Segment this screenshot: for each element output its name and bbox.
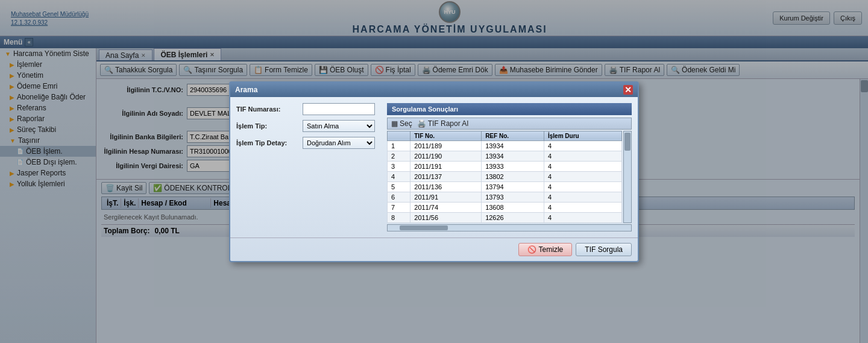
modal-close-button[interactable]: ✕ xyxy=(623,85,633,95)
islem-tip-row: İşlem Tip: Satın Alma Diğer xyxy=(236,120,381,132)
results-table: TIF No. REF No. İşlem Duru 1 2011/189 13… xyxy=(387,131,622,223)
row-num: 1 xyxy=(388,140,410,151)
results-table-container: TIF No. REF No. İşlem Duru 1 2011/189 13… xyxy=(387,131,632,223)
islem-durum: 4 xyxy=(544,161,621,171)
col-ref-no: REF No. xyxy=(482,131,544,140)
row-num: 7 xyxy=(388,202,410,212)
row-num: 8 xyxy=(388,212,410,222)
islem-durum: 4 xyxy=(544,202,621,212)
modal-title-bar: Arama ✕ xyxy=(230,83,638,97)
tif-rapor-al-results-button[interactable]: 🖨️ TIF Rapor Al xyxy=(417,119,468,128)
tif-no: 2011/91 xyxy=(410,192,482,202)
row-num: 2 xyxy=(388,151,410,161)
tif-no: 2011/137 xyxy=(410,171,482,181)
h-scrollbar[interactable] xyxy=(387,224,632,231)
table-row[interactable]: 7 2011/74 13608 4 xyxy=(388,202,622,212)
ref-no: 13934 xyxy=(482,151,544,161)
islem-tip-select[interactable]: Satın Alma Diğer xyxy=(303,120,375,132)
modal-title: Arama xyxy=(235,86,257,94)
ref-no: 13802 xyxy=(482,171,544,181)
islem-tip-label: İşlem Tip: xyxy=(236,122,303,130)
table-row[interactable]: 1 2011/189 13934 4 xyxy=(388,140,622,151)
clear-icon: 🚫 xyxy=(527,245,536,254)
tif-numarasi-label: TIF Numarası: xyxy=(236,105,303,113)
islem-tip-detay-label: İşlem Tip Detay: xyxy=(236,139,303,146)
ref-no: 12626 xyxy=(482,212,544,222)
islem-tip-detay-row: İşlem Tip Detay: Doğrudan Alım İhale Diğ… xyxy=(236,137,381,149)
islem-durum: 4 xyxy=(544,140,621,151)
results-scrollbar[interactable] xyxy=(623,131,632,223)
select-icon: ▦ xyxy=(391,119,398,128)
tif-no: 2011/191 xyxy=(410,161,482,171)
tif-numarasi-row: TIF Numarası: xyxy=(236,103,381,115)
ref-no: 13794 xyxy=(482,181,544,192)
btn-label: Seç xyxy=(400,119,412,128)
islem-durum: 4 xyxy=(544,192,621,202)
islem-tip-detay-select[interactable]: Doğrudan Alım İhale Diğer xyxy=(303,137,375,149)
ref-no: 13933 xyxy=(482,161,544,171)
ref-no: 13793 xyxy=(482,192,544,202)
sec-button[interactable]: ▦ Seç xyxy=(391,119,412,128)
col-num xyxy=(388,131,410,140)
islem-durum: 4 xyxy=(544,171,621,181)
tif-no: 2011/136 xyxy=(410,181,482,192)
modal-left-panel: TIF Numarası: İşlem Tip: Satın Alma Diğe… xyxy=(236,103,381,231)
tif-no: 2011/189 xyxy=(410,140,482,151)
ref-no: 13608 xyxy=(482,202,544,212)
results-title: Sorgulama Sonuçları xyxy=(387,103,632,115)
modal-overlay: Arama ✕ TIF Numarası: İşlem Tip: Satın A… xyxy=(0,0,868,343)
table-row[interactable]: 8 2011/56 12626 4 xyxy=(388,212,622,222)
results-toolbar: ▦ Seç 🖨️ TIF Rapor Al xyxy=(387,118,632,130)
islem-durum: 4 xyxy=(544,212,621,222)
row-num: 4 xyxy=(388,171,410,181)
islem-durum: 4 xyxy=(544,181,621,192)
table-row[interactable]: 2 2011/190 13934 4 xyxy=(388,151,622,161)
tif-numarasi-input[interactable] xyxy=(303,103,375,115)
temizle-button[interactable]: 🚫 Temizle xyxy=(518,243,573,256)
table-row[interactable]: 6 2011/91 13793 4 xyxy=(388,192,622,202)
tif-sorgula-button[interactable]: TIF Sorgula xyxy=(576,243,632,256)
tif-no: 2011/74 xyxy=(410,202,482,212)
modal-footer: 🚫 Temizle TIF Sorgula xyxy=(230,238,638,261)
col-tif-no: TIF No. xyxy=(410,131,482,140)
ref-no: 13934 xyxy=(482,140,544,151)
table-row[interactable]: 5 2011/136 13794 4 xyxy=(388,181,622,192)
row-num: 3 xyxy=(388,161,410,171)
modal-body: TIF Numarası: İşlem Tip: Satın Alma Diğe… xyxy=(230,97,638,238)
results-panel: Sorgulama Sonuçları ▦ Seç 🖨️ TIF Rapor A… xyxy=(387,103,632,231)
table-row[interactable]: 4 2011/137 13802 4 xyxy=(388,171,622,181)
col-islem-duru: İşlem Duru xyxy=(544,131,621,140)
table-row[interactable]: 3 2011/191 13933 4 xyxy=(388,161,622,171)
tif-no: 2011/190 xyxy=(410,151,482,161)
modal-dialog: Arama ✕ TIF Numarası: İşlem Tip: Satın A… xyxy=(229,81,639,262)
print-icon: 🖨️ xyxy=(417,119,426,128)
tif-no: 2011/56 xyxy=(410,212,482,222)
btn-label: TIF Rapor Al xyxy=(428,119,468,128)
row-num: 6 xyxy=(388,192,410,202)
islem-durum: 4 xyxy=(544,151,621,161)
btn-label: TIF Sorgula xyxy=(585,245,623,254)
row-num: 5 xyxy=(388,181,410,192)
btn-label: Temizle xyxy=(539,245,564,254)
